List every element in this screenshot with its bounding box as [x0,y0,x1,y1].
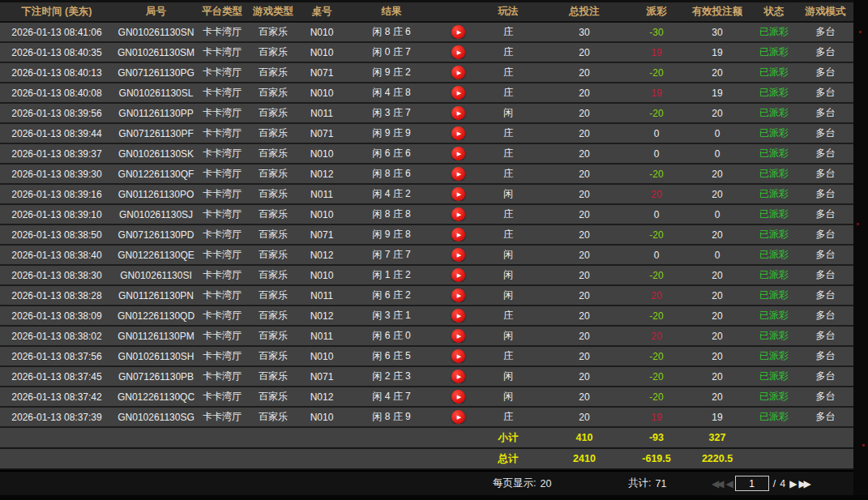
game-result: 闲 7 庄 7 [343,248,440,262]
status-badge: 已派彩 [750,187,797,201]
replay-icon[interactable]: ▶ [451,147,465,160]
replay-icon[interactable]: ▶ [451,25,465,39]
total-count-label: 共计: [628,476,651,490]
total-bet: 20 [540,371,629,382]
table-row: 2026-01-13 08:37:45 GN071261130PB 卡卡湾厅 百… [0,367,853,387]
prev-page-icon[interactable]: ◀ [725,479,730,489]
game-result: 闲 8 庄 8 [343,207,440,221]
round-id: GN011261130PP [113,108,199,119]
replay-icon[interactable]: ▶ [451,86,465,100]
game-mode: 多台 [797,147,853,160]
table-number: N012 [301,169,343,180]
col-header-round-id: 局号 [113,5,199,19]
replay-icon[interactable]: ▶ [451,268,465,282]
game-type: 百家乐 [246,187,301,201]
round-id: GN012261130QD [113,310,199,322]
table-number: N010 [301,270,343,281]
table-number: N011 [301,290,343,301]
last-page-icon[interactable]: ▶▶ [798,479,808,489]
per-page-label: 每页显示: [493,476,536,490]
payout: -20 [629,270,684,281]
table-row: 2026-01-13 08:38:09 GN012261130QD 卡卡湾厅 百… [0,306,853,327]
replay-icon[interactable]: ▶ [451,228,465,241]
game-result: 闲 3 庄 7 [343,106,440,120]
play-glyph: ▶ [455,394,461,400]
total-bet: 30 [540,27,629,38]
platform: 卡卡湾厅 [199,349,246,363]
table-number: N071 [301,229,343,241]
total-count-value: 71 [655,478,666,489]
replay-icon[interactable]: ▶ [451,207,465,221]
pagination-footer: 每页显示: 20 共计: 71 ◀◀ ◀ / 4 ▶ ▶▶ [0,470,868,495]
replay-icon[interactable]: ▶ [451,410,465,424]
game-type: 百家乐 [246,349,301,363]
total-bet: 20 [540,331,629,342]
status-badge: 已派彩 [750,288,797,302]
replay-icon[interactable]: ▶ [451,106,465,120]
replay-cell: ▶ [440,390,477,404]
replay-icon[interactable]: ▶ [451,329,465,343]
play-glyph: ▶ [455,212,461,217]
game-result: 闲 3 庄 1 [343,309,440,323]
bet-history-table: 下注时间 (美东) 局号 平台类型 游戏类型 桌号 结果 玩法 总投注 派彩 有… [0,0,853,470]
platform: 卡卡湾厅 [199,268,246,282]
game-result: 闲 0 庄 7 [343,45,440,59]
bottom-edge-background [0,495,868,500]
replay-icon[interactable]: ▶ [451,167,465,181]
play-glyph: ▶ [455,293,461,298]
replay-cell: ▶ [440,329,477,343]
payout: 0 [629,209,684,220]
replay-icon[interactable]: ▶ [451,45,465,59]
game-result: 闲 4 庄 7 [343,390,440,404]
valid-bet: 20 [684,270,750,281]
first-page-icon[interactable]: ◀◀ [712,479,721,489]
total-bet: 20 [540,108,629,119]
replay-icon[interactable]: ▶ [451,390,465,404]
game-mode: 多台 [797,248,853,262]
game-mode: 多台 [797,126,853,140]
table-number: N071 [301,67,343,79]
replay-icon[interactable]: ▶ [451,248,465,262]
payout: -20 [629,351,684,362]
replay-icon[interactable]: ▶ [451,370,465,383]
replay-cell: ▶ [440,268,477,282]
bet-type: 庄 [477,66,540,79]
play-glyph: ▶ [455,374,461,379]
game-type: 百家乐 [246,126,301,140]
replay-icon[interactable]: ▶ [451,66,465,79]
game-mode: 多台 [797,207,853,221]
payout: -20 [629,391,684,403]
subtotal-total-bet: 410 [540,432,629,443]
table-number: N011 [301,189,343,200]
subtotal-row: 小计 410 -93 327 [0,428,853,449]
valid-bet: 20 [684,391,750,403]
game-type: 百家乐 [246,309,301,323]
table-row: 2026-01-13 08:38:30 GN010261130SI 卡卡湾厅 百… [0,266,853,286]
payout: 19 [629,88,684,99]
replay-cell: ▶ [440,25,477,39]
replay-icon[interactable]: ▶ [451,126,465,140]
replay-icon[interactable]: ▶ [451,349,465,363]
game-type: 百家乐 [246,410,301,424]
replay-cell: ▶ [440,167,477,181]
table-number: N010 [301,412,343,423]
replay-icon[interactable]: ▶ [451,309,465,323]
round-id: GN010261130SM [113,47,199,58]
status-badge: 已派彩 [750,66,797,79]
table-number: N010 [301,27,343,38]
next-page-icon[interactable]: ▶ [789,479,794,489]
game-type: 百家乐 [246,147,301,160]
table-row: 2026-01-13 08:39:16 GN011261130PO 卡卡湾厅 百… [0,185,853,205]
replay-icon[interactable]: ▶ [451,288,465,302]
col-header-valid-bet: 有效投注额 [684,5,750,19]
replay-cell: ▶ [440,349,477,363]
platform: 卡卡湾厅 [199,147,246,160]
game-type: 百家乐 [246,45,301,59]
game-mode: 多台 [797,390,853,404]
bet-time: 2026-01-13 08:39:10 [0,209,113,220]
replay-icon[interactable]: ▶ [451,187,465,201]
play-glyph: ▶ [455,130,461,136]
round-id: GN071261130PF [113,128,199,139]
table-number: N071 [301,371,343,382]
page-number-input[interactable] [735,476,769,491]
